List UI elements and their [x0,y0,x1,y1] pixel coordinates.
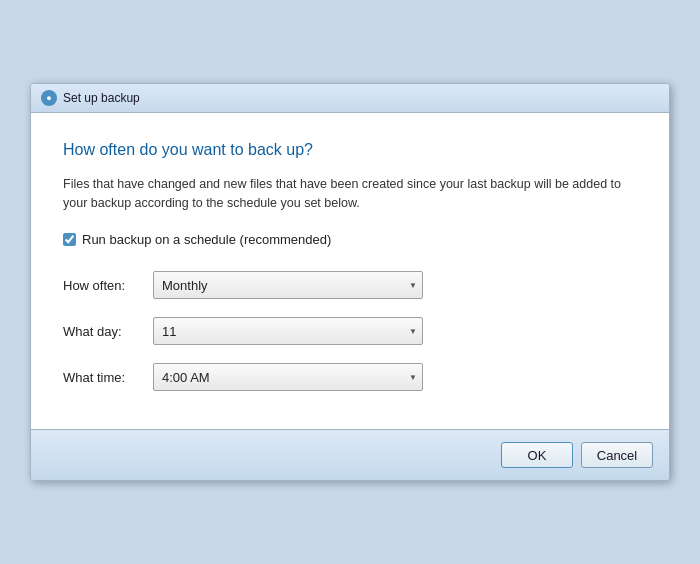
ok-button[interactable]: OK [501,442,573,468]
title-bar: ● Set up backup [31,84,669,113]
what-time-label: What time: [63,370,153,385]
cancel-button[interactable]: Cancel [581,442,653,468]
window-title: Set up backup [63,91,140,105]
how-often-label: How often: [63,278,153,293]
how-often-row: How often: Daily Weekly Monthly [63,271,637,299]
setup-backup-window: ● Set up backup How often do you want to… [30,83,670,482]
what-day-select-wrapper: 1234 5678 9101112 13141516 17181920 2122… [153,317,423,345]
how-often-select-wrapper: Daily Weekly Monthly [153,271,423,299]
schedule-checkbox-row: Run backup on a schedule (recommended) [63,232,637,247]
schedule-checkbox[interactable] [63,233,76,246]
how-often-select[interactable]: Daily Weekly Monthly [153,271,423,299]
what-time-select[interactable]: 12:00 AM 1:00 AM 2:00 AM 3:00 AM 4:00 AM… [153,363,423,391]
window-icon: ● [41,90,57,106]
what-time-row: What time: 12:00 AM 1:00 AM 2:00 AM 3:00… [63,363,637,391]
main-question: How often do you want to back up? [63,141,637,159]
bottom-bar: OK Cancel [31,429,669,480]
what-day-row: What day: 1234 5678 9101112 13141516 171… [63,317,637,345]
schedule-checkbox-label[interactable]: Run backup on a schedule (recommended) [82,232,331,247]
what-day-select[interactable]: 1234 5678 9101112 13141516 17181920 2122… [153,317,423,345]
description-text: Files that have changed and new files th… [63,175,637,213]
what-day-label: What day: [63,324,153,339]
content-area: How often do you want to back up? Files … [31,113,669,430]
what-time-select-wrapper: 12:00 AM 1:00 AM 2:00 AM 3:00 AM 4:00 AM… [153,363,423,391]
